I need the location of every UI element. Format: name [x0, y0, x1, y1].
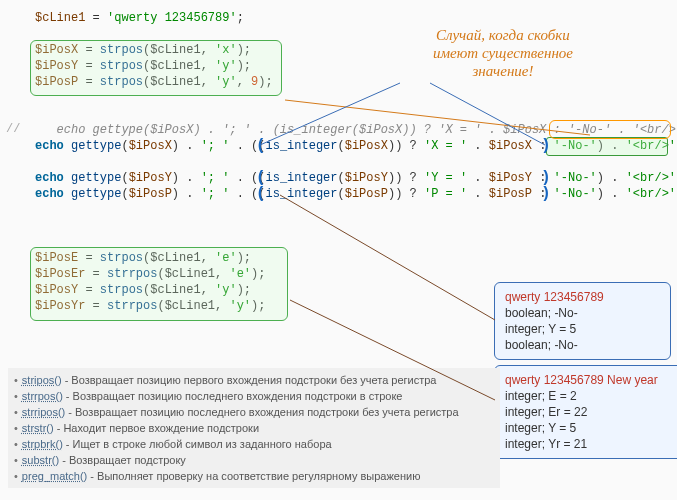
function-list: •stripos() - Возвращает позицию первого …	[8, 368, 500, 488]
link-strpbrk[interactable]: strpbrk()	[22, 438, 63, 450]
link-stripos[interactable]: stripos()	[22, 374, 62, 386]
output-box-2: qwerty 123456789 New year integer; E = 2…	[494, 365, 677, 459]
var-cline1: $cLine1	[35, 11, 85, 25]
output-title: qwerty 123456789	[505, 289, 660, 305]
output-title: qwerty 123456789 New year	[505, 372, 677, 388]
output-box-1: qwerty 123456789 boolean; -No- integer; …	[494, 282, 671, 360]
link-strrpos[interactable]: strrpos()	[22, 390, 63, 402]
comment-marker: //	[6, 122, 20, 136]
link-strripos[interactable]: strripos()	[22, 406, 65, 418]
link-preg-match[interactable]: preg_match()	[22, 470, 87, 482]
commented-line: echo gettype($iPosX) . '; ' . (is_intege…	[35, 122, 677, 138]
link-substr[interactable]: substr()	[22, 454, 59, 466]
annotation-text: Случай, когда скобки имеют существенное …	[388, 26, 618, 80]
link-strstr[interactable]: strstr()	[22, 422, 54, 434]
